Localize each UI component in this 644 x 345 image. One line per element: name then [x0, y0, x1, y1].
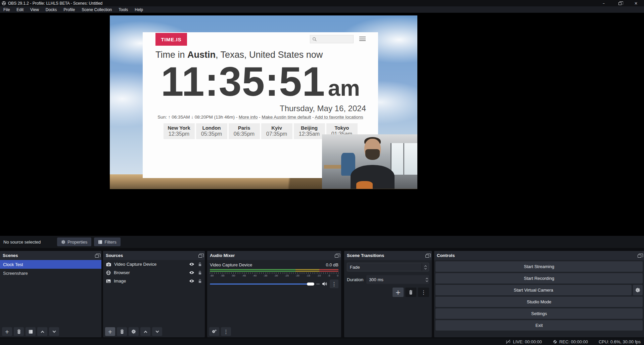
chevron-up-icon	[144, 331, 147, 334]
filters-button[interactable]: Filters	[94, 238, 120, 246]
start-virtual-camera-button[interactable]: Start Virtual Camera	[435, 285, 632, 295]
speaker-icon[interactable]	[322, 282, 327, 286]
duration-spinbox[interactable]: 300 ms	[366, 275, 429, 284]
close-button[interactable]: ×	[628, 0, 644, 6]
dock-area: Scenes Clock Test Screenshare + Sources …	[0, 248, 644, 339]
advanced-audio-properties-button[interactable]	[209, 327, 219, 336]
scene-item-screenshare[interactable]: Screenshare	[0, 269, 101, 277]
source-row-image[interactable]: Image	[103, 277, 205, 285]
virtual-camera-settings-button[interactable]	[633, 285, 643, 295]
timeis-logo: TIME.IS	[155, 33, 187, 46]
duration-spinner[interactable]	[426, 275, 428, 284]
meter-tick-labels: -60-55-50-45-40-35-30-25-20-15-10-50	[210, 274, 338, 277]
studio-mode-button[interactable]: Studio Mode	[435, 297, 643, 307]
source-row-video-capture[interactable]: Video Capture Device	[103, 260, 205, 268]
menu-help[interactable]: Help	[131, 6, 146, 13]
menu-tools[interactable]: Tools	[115, 6, 131, 13]
trash-icon	[17, 329, 21, 334]
scene-item-clock-test[interactable]: Clock Test	[0, 260, 101, 269]
menu-file[interactable]: File	[0, 6, 13, 13]
office-window	[390, 143, 417, 175]
popout-icon[interactable]	[335, 255, 338, 258]
transitions-header[interactable]: Scene Transitions	[344, 251, 432, 260]
menu-bar: File Edit View Docks Profile Scene Colle…	[0, 6, 644, 13]
chevron-down-icon	[426, 279, 428, 282]
duration-value: 300 ms	[369, 277, 383, 282]
move-source-up-button[interactable]	[140, 327, 150, 336]
chevron-up-icon	[41, 331, 44, 334]
mixer-menu-button[interactable]: ⋮	[221, 327, 231, 336]
visibility-eye-icon[interactable]	[189, 279, 194, 283]
obs-logo-icon	[2, 1, 6, 5]
lock-icon[interactable]	[198, 262, 202, 267]
menu-scene-collection[interactable]: Scene Collection	[78, 6, 115, 13]
move-source-down-button[interactable]	[152, 327, 162, 336]
chevron-down-icon	[155, 330, 159, 333]
properties-button[interactable]: Properties	[57, 238, 91, 246]
remove-scene-button[interactable]	[14, 327, 24, 336]
select-spinner[interactable]	[422, 263, 429, 271]
exit-button[interactable]: Exit	[435, 320, 643, 331]
chevron-down-icon	[424, 267, 426, 269]
mixer-channel-menu-button[interactable]: ⋮	[330, 279, 338, 288]
menu-docks[interactable]: Docks	[42, 6, 60, 13]
audio-mixer-header[interactable]: Audio Mixer	[207, 251, 341, 260]
trash-icon	[409, 290, 413, 295]
transition-select[interactable]: Fade	[347, 263, 429, 271]
program-preview[interactable]: TIME.IS Time in Austin, Texas, United St…	[110, 15, 417, 189]
transition-properties-button[interactable]: ⋮	[418, 288, 429, 297]
volume-slider[interactable]	[210, 282, 320, 286]
restore-icon	[618, 2, 622, 5]
mixer-channel-name: Video Capture Device	[210, 262, 252, 267]
lock-icon[interactable]	[198, 270, 202, 275]
source-label: Image	[114, 278, 126, 284]
audio-mixer-panel: Audio Mixer Video Capture Device 0.0 dB …	[207, 251, 341, 337]
popout-icon[interactable]	[198, 255, 202, 258]
add-scene-button[interactable]: +	[2, 327, 12, 336]
add-source-button[interactable]: +	[105, 327, 115, 336]
menu-view[interactable]: View	[27, 6, 42, 13]
source-properties-button[interactable]	[129, 327, 139, 336]
title-bar[interactable]: OBS 29.1.2 - Profile: LLHLS BETA - Scene…	[0, 0, 644, 6]
popout-icon[interactable]	[95, 255, 99, 258]
minimize-button[interactable]: –	[596, 0, 612, 6]
stream-inactive-icon	[505, 340, 511, 344]
controls-header[interactable]: Controls	[434, 251, 644, 260]
camera-icon	[106, 262, 111, 266]
add-transition-button[interactable]: +	[393, 288, 404, 297]
visibility-eye-icon[interactable]	[189, 262, 194, 266]
clock-digits: 11:35:51	[161, 59, 325, 104]
hamburger-menu-icon	[359, 37, 366, 41]
popout-icon[interactable]	[638, 255, 641, 258]
timeis-sun-info: Sun: ↑ 06:35AM ↓ 08:20PM (13h 46m) - Mor…	[143, 115, 378, 120]
status-bar: LIVE: 00:00:00 REC: 00:00:00 CPU: 0.6%, …	[0, 339, 644, 345]
sources-panel: Sources Video Capture Device Browser	[103, 251, 205, 337]
cpu-fps-stats: CPU: 0.6%, 30.00 fps	[599, 339, 641, 344]
start-streaming-button[interactable]: Start Streaming	[435, 261, 643, 272]
person-beard	[365, 149, 380, 160]
city-box: Kyiv07:35pm	[261, 123, 292, 139]
scene-filters-button[interactable]	[26, 327, 36, 336]
move-scene-down-button[interactable]	[49, 327, 59, 336]
double-gear-icon	[212, 329, 217, 334]
start-recording-button[interactable]: Start Recording	[435, 273, 643, 284]
transitions-title: Scene Transitions	[347, 253, 384, 258]
restore-button[interactable]	[612, 0, 628, 6]
scene-transitions-panel: Scene Transitions Fade Duration 300 ms +	[344, 251, 432, 337]
remove-source-button[interactable]	[117, 327, 127, 336]
remove-transition-button[interactable]	[405, 288, 416, 297]
globe-icon	[106, 270, 111, 275]
lock-icon[interactable]	[198, 279, 202, 284]
scenes-panel-header[interactable]: Scenes	[0, 251, 101, 260]
move-scene-up-button[interactable]	[37, 327, 47, 336]
menu-profile[interactable]: Profile	[60, 6, 78, 13]
sources-panel-header[interactable]: Sources	[103, 251, 205, 260]
volume-slider-track[interactable]	[210, 284, 312, 285]
city-box: London05:35pm	[196, 123, 227, 139]
volume-slider-handle[interactable]	[307, 283, 314, 286]
popout-icon[interactable]	[425, 255, 429, 258]
source-row-browser[interactable]: Browser	[103, 268, 205, 277]
menu-edit[interactable]: Edit	[13, 6, 27, 13]
visibility-eye-icon[interactable]	[189, 271, 194, 274]
settings-button[interactable]: Settings	[435, 308, 643, 319]
